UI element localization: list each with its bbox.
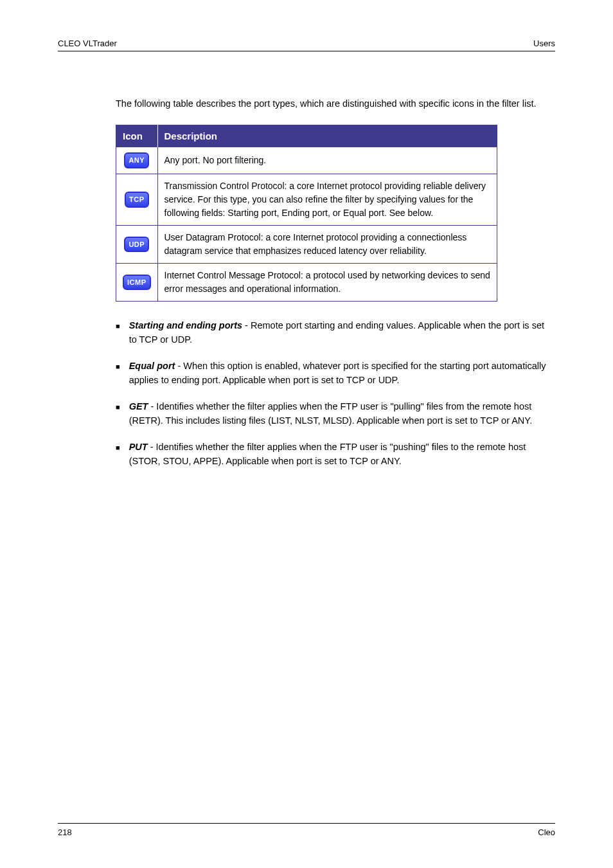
page-header: CLEO VLTrader Users: [58, 39, 555, 48]
badge-any-icon: ANY: [124, 152, 149, 168]
bullet-icon: ■: [116, 440, 120, 469]
footer-rule: [58, 823, 555, 824]
list-item: ■ PUT - Identifies whether the filter ap…: [116, 440, 549, 469]
col-header-description: Description: [157, 125, 497, 147]
cell-desc: Any port. No port filtering.: [157, 147, 497, 174]
cell-desc: Transmission Control Protocol: a core In…: [157, 174, 497, 225]
list-text: Equal port - When this option is enabled…: [129, 359, 549, 388]
page-number: 218: [58, 827, 72, 837]
list-item: ■ Equal port - When this option is enabl…: [116, 359, 549, 388]
footer-copyright: Cleo: [538, 827, 555, 837]
bullet-icon: ■: [116, 318, 120, 347]
doc-title: CLEO VLTrader: [58, 39, 117, 48]
badge-tcp-icon: TCP: [125, 192, 149, 208]
list-item: ■ GET - Identifies whether the filter ap…: [116, 399, 549, 428]
list-text: GET - Identifies whether the filter appl…: [129, 399, 549, 428]
badge-udp-icon: UDP: [124, 237, 149, 253]
cell-desc: User Datagram Protocol: a core Internet …: [157, 225, 497, 263]
definition-list: ■ Starting and ending ports - Remote por…: [116, 318, 549, 469]
table-row: UDP User Datagram Protocol: a core Inter…: [116, 225, 497, 263]
term: GET: [129, 401, 148, 411]
cell-desc: Internet Control Message Protocol: a pro…: [157, 263, 497, 301]
col-header-icon: Icon: [116, 125, 158, 147]
list-item: ■ Starting and ending ports - Remote por…: [116, 318, 549, 347]
bullet-icon: ■: [116, 359, 120, 388]
term-body: - Identifies whether the filter applies …: [129, 442, 526, 466]
term: PUT: [129, 442, 148, 452]
term: Equal port: [129, 361, 175, 371]
bullet-icon: ■: [116, 399, 120, 428]
table-row: ICMP Internet Control Message Protocol: …: [116, 263, 497, 301]
term-body: - When this option is enabled, whatever …: [129, 361, 546, 385]
list-text: Starting and ending ports - Remote port …: [129, 318, 549, 347]
page-footer: 218 Cleo: [58, 823, 555, 837]
page: CLEO VLTrader Users The following table …: [0, 0, 613, 868]
intro-paragraph: The following table describes the port t…: [116, 96, 549, 111]
port-types-table: Icon Description ANY Any port. No port f…: [116, 125, 497, 302]
header-rule: [58, 51, 555, 51]
table-row: ANY Any port. No port filtering.: [116, 147, 497, 174]
list-text: PUT - Identifies whether the filter appl…: [129, 440, 549, 469]
term-body: - Identifies whether the filter applies …: [129, 401, 533, 426]
badge-icmp-icon: ICMP: [123, 275, 151, 291]
chapter-name: Users: [533, 39, 555, 48]
table-row: TCP Transmission Control Protocol: a cor…: [116, 174, 497, 225]
term: Starting and ending ports: [129, 320, 242, 330]
